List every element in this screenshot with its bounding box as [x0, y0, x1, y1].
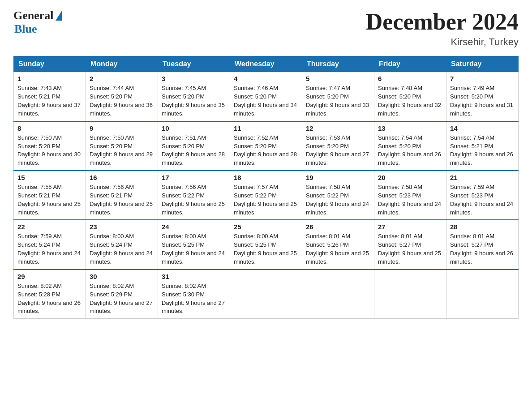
calendar-cell: 26Sunrise: 8:01 AMSunset: 5:26 PMDayligh… — [302, 220, 374, 269]
day-number: 7 — [450, 75, 515, 82]
calendar-cell: 22Sunrise: 7:59 AMSunset: 5:24 PMDayligh… — [14, 220, 86, 269]
title-block: December 2024 Kirsehir, Turkey — [366, 9, 519, 48]
month-title: December 2024 — [366, 9, 519, 34]
calendar-week-row: 22Sunrise: 7:59 AMSunset: 5:24 PMDayligh… — [14, 220, 519, 269]
calendar-cell: 19Sunrise: 7:58 AMSunset: 5:22 PMDayligh… — [302, 171, 374, 220]
day-info: Sunrise: 7:50 AMSunset: 5:20 PMDaylight:… — [17, 134, 82, 167]
day-number: 30 — [90, 273, 154, 280]
day-info: Sunrise: 7:58 AMSunset: 5:22 PMDaylight:… — [306, 183, 370, 217]
day-number: 2 — [90, 75, 154, 82]
day-info: Sunrise: 7:54 AMSunset: 5:21 PMDaylight:… — [450, 134, 515, 167]
day-number: 19 — [306, 174, 370, 181]
calendar-cell: 23Sunrise: 8:00 AMSunset: 5:24 PMDayligh… — [86, 220, 158, 269]
day-info: Sunrise: 7:56 AMSunset: 5:22 PMDaylight:… — [162, 183, 226, 217]
day-number: 10 — [162, 124, 226, 132]
calendar-cell: 1Sunrise: 7:43 AMSunset: 5:21 PMDaylight… — [14, 72, 86, 121]
logo-blue-text: Blue — [14, 22, 37, 35]
day-number: 5 — [306, 75, 370, 82]
calendar-week-row: 29Sunrise: 8:02 AMSunset: 5:28 PMDayligh… — [14, 270, 519, 319]
day-info: Sunrise: 7:55 AMSunset: 5:21 PMDaylight:… — [17, 183, 82, 217]
day-number: 27 — [378, 223, 442, 231]
logo: General Blue — [13, 9, 62, 36]
day-info: Sunrise: 8:00 AMSunset: 5:25 PMDaylight:… — [162, 232, 226, 266]
day-number: 9 — [90, 124, 154, 132]
calendar-week-row: 15Sunrise: 7:55 AMSunset: 5:21 PMDayligh… — [14, 171, 519, 220]
day-info: Sunrise: 7:59 AMSunset: 5:24 PMDaylight:… — [17, 232, 82, 266]
day-number: 12 — [306, 124, 370, 132]
day-number: 1 — [17, 75, 82, 82]
calendar-cell: 6Sunrise: 7:48 AMSunset: 5:20 PMDaylight… — [374, 72, 446, 121]
calendar-cell — [230, 270, 302, 319]
day-number: 13 — [378, 124, 442, 132]
day-number: 21 — [450, 174, 515, 181]
col-header-tuesday: Tuesday — [158, 56, 230, 72]
day-number: 6 — [378, 75, 442, 82]
day-number: 11 — [234, 124, 298, 132]
day-info: Sunrise: 7:44 AMSunset: 5:20 PMDaylight:… — [90, 84, 154, 118]
day-info: Sunrise: 7:59 AMSunset: 5:23 PMDaylight:… — [450, 183, 515, 217]
col-header-sunday: Sunday — [14, 56, 86, 72]
day-info: Sunrise: 7:54 AMSunset: 5:20 PMDaylight:… — [378, 134, 442, 167]
day-number: 14 — [450, 124, 515, 132]
day-info: Sunrise: 7:45 AMSunset: 5:20 PMDaylight:… — [162, 84, 226, 118]
day-info: Sunrise: 8:00 AMSunset: 5:24 PMDaylight:… — [90, 232, 154, 266]
calendar-cell: 14Sunrise: 7:54 AMSunset: 5:21 PMDayligh… — [446, 121, 519, 171]
day-number: 22 — [17, 223, 82, 231]
calendar-cell — [374, 270, 446, 319]
calendar-cell — [446, 270, 519, 319]
day-info: Sunrise: 8:01 AMSunset: 5:27 PMDaylight:… — [378, 232, 442, 266]
calendar-cell: 30Sunrise: 8:02 AMSunset: 5:29 PMDayligh… — [86, 270, 158, 319]
day-info: Sunrise: 7:43 AMSunset: 5:21 PMDaylight:… — [17, 84, 82, 118]
day-number: 23 — [90, 223, 154, 231]
calendar-cell: 20Sunrise: 7:58 AMSunset: 5:23 PMDayligh… — [374, 171, 446, 220]
col-header-wednesday: Wednesday — [230, 56, 302, 72]
day-info: Sunrise: 7:51 AMSunset: 5:20 PMDaylight:… — [162, 134, 226, 167]
day-info: Sunrise: 7:49 AMSunset: 5:20 PMDaylight:… — [450, 84, 515, 118]
day-info: Sunrise: 7:58 AMSunset: 5:23 PMDaylight:… — [378, 183, 442, 217]
day-number: 20 — [378, 174, 442, 181]
calendar-cell: 24Sunrise: 8:00 AMSunset: 5:25 PMDayligh… — [158, 220, 230, 269]
calendar-cell: 2Sunrise: 7:44 AMSunset: 5:20 PMDaylight… — [86, 72, 158, 121]
calendar-cell: 12Sunrise: 7:53 AMSunset: 5:20 PMDayligh… — [302, 121, 374, 171]
day-number: 18 — [234, 174, 298, 181]
day-number: 3 — [162, 75, 226, 82]
calendar-cell: 25Sunrise: 8:00 AMSunset: 5:25 PMDayligh… — [230, 220, 302, 269]
day-info: Sunrise: 7:56 AMSunset: 5:21 PMDaylight:… — [90, 183, 154, 217]
calendar-cell: 3Sunrise: 7:45 AMSunset: 5:20 PMDaylight… — [158, 72, 230, 121]
calendar-cell: 5Sunrise: 7:47 AMSunset: 5:20 PMDaylight… — [302, 72, 374, 121]
day-number: 28 — [450, 223, 515, 231]
calendar-cell: 31Sunrise: 8:02 AMSunset: 5:30 PMDayligh… — [158, 270, 230, 319]
calendar-cell: 17Sunrise: 7:56 AMSunset: 5:22 PMDayligh… — [158, 171, 230, 220]
day-info: Sunrise: 7:52 AMSunset: 5:20 PMDaylight:… — [234, 134, 298, 167]
day-info: Sunrise: 8:02 AMSunset: 5:30 PMDaylight:… — [162, 282, 226, 316]
calendar-cell: 13Sunrise: 7:54 AMSunset: 5:20 PMDayligh… — [374, 121, 446, 171]
day-number: 15 — [17, 174, 82, 181]
day-info: Sunrise: 8:02 AMSunset: 5:28 PMDaylight:… — [17, 282, 82, 316]
day-number: 29 — [17, 273, 82, 280]
day-info: Sunrise: 7:57 AMSunset: 5:22 PMDaylight:… — [234, 183, 298, 217]
col-header-saturday: Saturday — [446, 56, 519, 72]
day-info: Sunrise: 7:50 AMSunset: 5:20 PMDaylight:… — [90, 134, 154, 167]
day-info: Sunrise: 8:01 AMSunset: 5:27 PMDaylight:… — [450, 232, 515, 266]
day-number: 17 — [162, 174, 226, 181]
location-label: Kirsehir, Turkey — [366, 36, 519, 48]
day-info: Sunrise: 7:53 AMSunset: 5:20 PMDaylight:… — [306, 134, 370, 167]
day-info: Sunrise: 7:47 AMSunset: 5:20 PMDaylight:… — [306, 84, 370, 118]
calendar-cell: 9Sunrise: 7:50 AMSunset: 5:20 PMDaylight… — [86, 121, 158, 171]
day-number: 4 — [234, 75, 298, 82]
calendar-cell: 10Sunrise: 7:51 AMSunset: 5:20 PMDayligh… — [158, 121, 230, 171]
calendar-cell: 18Sunrise: 7:57 AMSunset: 5:22 PMDayligh… — [230, 171, 302, 220]
day-number: 8 — [17, 124, 82, 132]
day-number: 26 — [306, 223, 370, 231]
day-info: Sunrise: 7:46 AMSunset: 5:20 PMDaylight:… — [234, 84, 298, 118]
day-info: Sunrise: 8:00 AMSunset: 5:25 PMDaylight:… — [234, 232, 298, 266]
calendar-cell: 27Sunrise: 8:01 AMSunset: 5:27 PMDayligh… — [374, 220, 446, 269]
col-header-thursday: Thursday — [302, 56, 374, 72]
day-number: 31 — [162, 273, 226, 280]
day-info: Sunrise: 7:48 AMSunset: 5:20 PMDaylight:… — [378, 84, 442, 118]
logo-general-text: General — [13, 9, 54, 22]
col-header-friday: Friday — [374, 56, 446, 72]
calendar-week-row: 8Sunrise: 7:50 AMSunset: 5:20 PMDaylight… — [14, 121, 519, 171]
calendar-cell: 11Sunrise: 7:52 AMSunset: 5:20 PMDayligh… — [230, 121, 302, 171]
calendar-cell: 7Sunrise: 7:49 AMSunset: 5:20 PMDaylight… — [446, 72, 519, 121]
